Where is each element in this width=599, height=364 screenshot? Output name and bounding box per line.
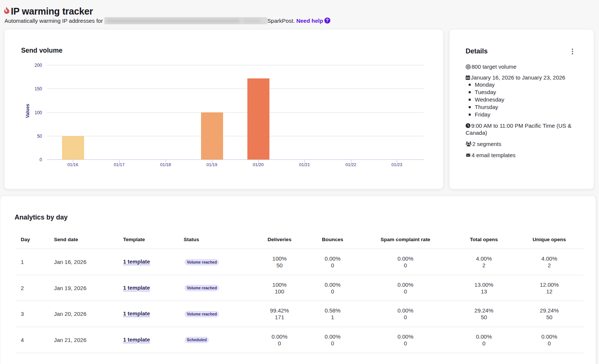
svg-text:01/16: 01/16 xyxy=(68,162,78,167)
svg-text:01/17: 01/17 xyxy=(114,162,125,167)
svg-text:01/23: 01/23 xyxy=(392,162,402,167)
svg-text:200: 200 xyxy=(34,63,42,68)
svg-text:01/18: 01/18 xyxy=(160,162,171,167)
svg-text:01/21: 01/21 xyxy=(299,162,310,167)
svg-text:100: 100 xyxy=(34,110,42,115)
svg-text:0: 0 xyxy=(40,157,42,162)
svg-text:01/22: 01/22 xyxy=(346,162,356,167)
svg-text:Values: Values xyxy=(25,104,30,118)
svg-text:01/19: 01/19 xyxy=(207,162,217,167)
svg-text:01/20: 01/20 xyxy=(253,162,264,167)
svg-text:150: 150 xyxy=(34,86,42,91)
svg-text:50: 50 xyxy=(37,134,42,139)
